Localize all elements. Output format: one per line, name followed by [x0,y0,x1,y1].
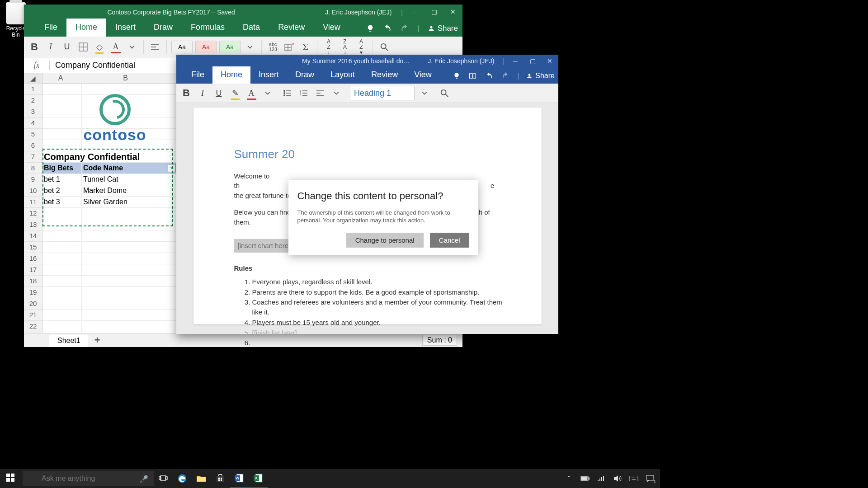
italic-button[interactable]: I [44,40,57,54]
font-color-button[interactable]: A [109,40,123,54]
sort-desc-icon[interactable]: ZA↓ [338,40,352,54]
word-tab-review[interactable]: Review [363,66,406,84]
table-header-bigbets[interactable]: Big Bets [42,163,82,174]
wifi-icon[interactable] [597,474,606,483]
autosum-icon[interactable]: Σ [299,40,312,54]
row-header[interactable]: 21 [24,310,42,321]
reading-view-icon[interactable] [468,71,477,80]
row-header[interactable]: 19 [24,287,42,298]
row-header[interactable]: 5 [24,129,42,140]
style-selector[interactable]: Heading 1 [350,86,415,100]
underline-button[interactable]: U [212,87,225,99]
redo-icon[interactable] [501,71,510,80]
excel-maximize-button[interactable]: ▢ [425,5,443,19]
word-tab-draw[interactable]: Draw [287,66,322,84]
action-center-icon[interactable]: 1 [646,474,655,483]
excel-tab-home[interactable]: Home [66,19,106,37]
sort-custom-icon[interactable]: AZ▾ [354,40,368,54]
microphone-icon[interactable]: 🎤 [139,475,148,483]
font-color-button[interactable]: A [245,87,258,99]
excel-tab-review[interactable]: Review [269,19,314,37]
taskbar-word-icon[interactable]: W [230,469,249,488]
bold-button[interactable]: B [28,40,41,54]
cell[interactable]: Silver Garden [82,197,178,207]
word-tab-home[interactable]: Home [212,66,250,84]
table-header-codename[interactable]: Code Name [82,163,178,174]
row-header[interactable]: 13 [24,219,42,230]
row-header[interactable]: 2 [24,95,42,106]
fill-color-button[interactable]: ◇ [93,40,106,54]
volume-icon[interactable] [613,474,622,483]
cell[interactable]: bet 2 [42,185,82,196]
cell-style-normal[interactable]: Aa [171,41,193,53]
word-maximize-button[interactable]: ▢ [524,55,541,67]
taskbar-store-icon[interactable] [211,469,230,488]
row-header[interactable]: 4 [24,117,42,129]
undo-icon[interactable] [383,24,392,33]
find-icon[interactable] [438,87,451,99]
row-header[interactable]: 16 [24,253,42,264]
row-header[interactable]: 22 [24,321,42,332]
row-header[interactable]: 3 [24,106,42,117]
word-tab-layout[interactable]: Layout [322,66,363,84]
cell[interactable]: bet 3 [42,197,82,207]
row-header[interactable]: 9 [24,174,42,185]
row-header[interactable]: 6 [24,140,42,151]
word-share-button[interactable]: Share [526,72,555,80]
excel-titlebar[interactable]: Contoso Corporate Big Bets FY2017 – Save… [24,5,462,19]
sort-asc-icon[interactable]: AZ↓ [322,40,335,54]
underline-button[interactable]: U [60,40,74,54]
tray-chevron-icon[interactable]: ˄ [564,474,573,483]
task-view-button[interactable] [154,469,173,488]
tell-me-icon[interactable] [366,24,375,33]
insert-delete-icon[interactable] [283,40,296,54]
excel-tab-data[interactable]: Data [234,19,269,37]
align-button[interactable] [148,40,162,54]
excel-close-button[interactable]: ✕ [443,5,462,19]
select-all-corner[interactable]: ◢ [24,73,42,84]
row-header[interactable]: 14 [24,230,42,242]
row-header[interactable]: 7 [24,151,42,163]
font-more-button[interactable] [261,87,274,99]
filter-dropdown-icon[interactable] [168,164,176,172]
column-header-b[interactable]: B [79,73,172,83]
cell-a7[interactable]: Company Confidential [42,151,175,162]
cell-style-bad[interactable]: Aa [195,41,217,53]
sheet-tab[interactable]: Sheet1 [49,334,89,347]
taskbar-excel-icon[interactable]: X [249,469,268,488]
row-header[interactable]: 20 [24,298,42,310]
formula-bar-value[interactable]: Company Confidential [50,61,141,70]
cancel-button[interactable]: Cancel [430,233,469,248]
keyboard-icon[interactable] [629,474,638,483]
excel-tab-draw[interactable]: Draw [145,19,182,37]
change-to-personal-button[interactable]: Change to personal [346,233,424,248]
word-close-button[interactable]: ✕ [541,55,558,67]
find-icon[interactable] [377,40,391,54]
row-header[interactable]: 17 [24,264,42,276]
cell-styles-more-button[interactable] [243,40,257,54]
highlight-button[interactable]: ✎ [229,87,241,99]
add-sheet-button[interactable]: + [89,332,106,348]
excel-tab-insert[interactable]: Insert [106,19,145,37]
word-titlebar[interactable]: My Summer 2016 youth baseball do… J. Eri… [176,55,558,67]
paragraph-more-button[interactable] [330,87,343,99]
redo-icon[interactable] [400,24,409,33]
cell[interactable]: bet 1 [42,174,82,185]
column-header-a[interactable]: A [42,73,79,83]
row-header[interactable]: 15 [24,242,42,253]
style-more-button[interactable] [418,87,431,99]
row-header[interactable]: 8 [24,163,42,174]
fx-icon[interactable]: fx [24,61,50,70]
font-more-button[interactable] [125,40,139,54]
word-page[interactable]: Summer 20 Welcome to thxxxxxxxxxxxxxxxxx… [193,108,542,324]
cell[interactable]: Market Dome [82,185,178,196]
excel-tab-view[interactable]: View [314,19,349,37]
excel-share-button[interactable]: Share [428,24,458,33]
word-tab-file[interactable]: File [183,66,212,84]
excel-tab-file[interactable]: File [35,19,66,37]
row-header[interactable]: 11 [24,197,42,208]
bold-button[interactable]: B [180,87,193,99]
cortana-search[interactable]: 🎤 [23,471,154,486]
align-icon[interactable] [314,87,326,99]
sort-filter-icon[interactable]: abc 123 [266,40,280,54]
